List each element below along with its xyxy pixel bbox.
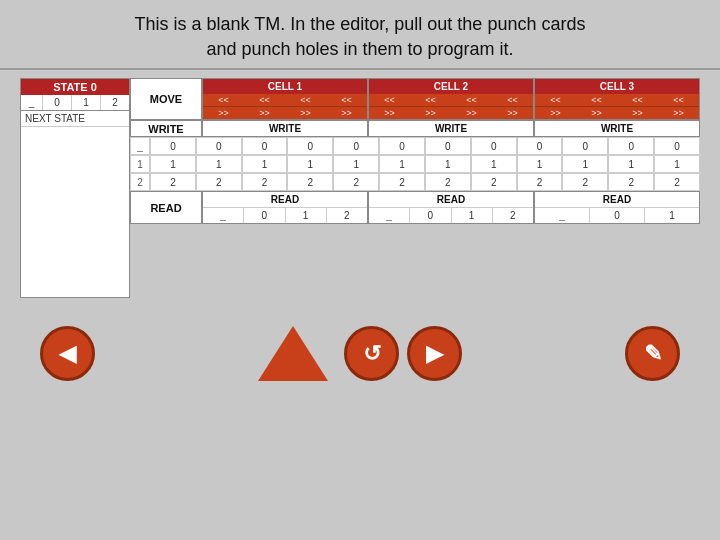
move-label: MOVE: [130, 78, 202, 120]
c2-arr2-3: >>: [492, 107, 533, 119]
nc-2-c1-1: 2: [196, 173, 242, 191]
num-cells-1-c1: 1 1 1 1: [150, 155, 333, 173]
num-cells-dash-c3: 0 0 0 0: [517, 137, 700, 155]
num-cells-dash-c2: 0 0 0 0: [333, 137, 516, 155]
c1-read-0: 0: [244, 208, 285, 223]
cell2-read-label: READ: [369, 192, 533, 208]
cell2-arrow-row1: << << << <<: [369, 94, 533, 106]
c1-arr2-3: >>: [326, 107, 367, 119]
c2-arr1-0: <<: [369, 94, 410, 106]
c1-read-dash: _: [203, 208, 244, 223]
c2-read-1: 1: [452, 208, 493, 223]
c3-arr2-1: >>: [576, 107, 617, 119]
write-row: WRITE WRITE WRITE WRITE: [130, 120, 700, 137]
nc-1-c3-0: 1: [517, 155, 563, 173]
c3-read-1: 1: [645, 208, 699, 223]
nc-1-c1-2: 1: [242, 155, 288, 173]
num-label-dash: _: [130, 137, 150, 155]
nc-2-c1-2: 2: [242, 173, 288, 191]
num-row-dash: _ 0 0 0 0 0 0 0 0 0 0 0 0: [130, 137, 700, 155]
cell3-move-block: CELL 3 << << << << >> >> >> >>: [534, 78, 700, 120]
cell3-read-label: READ: [535, 192, 699, 208]
play-icon: ▶: [426, 341, 443, 367]
nc-2-c3-3: 2: [654, 173, 700, 191]
nc-1-c3-2: 1: [608, 155, 654, 173]
nc-1-c3-3: 1: [654, 155, 700, 173]
num-cells-dash-c1: 0 0 0 0: [150, 137, 333, 155]
c2-arr1-2: <<: [451, 94, 492, 106]
c1-arr2-2: >>: [285, 107, 326, 119]
c3-arr2-3: >>: [658, 107, 699, 119]
read-label: READ: [130, 191, 202, 224]
num-cells-2-c3: 2 2 2 2: [517, 173, 700, 191]
c2-arr1-3: <<: [492, 94, 533, 106]
cell1-write-label: WRITE: [202, 120, 368, 137]
col-dash: _: [21, 95, 43, 110]
cell3-write-label: WRITE: [534, 120, 700, 137]
nc-2-c2-0: 2: [333, 173, 379, 191]
tm-table: STATE 0 _ 0 1 2 NEXT STATE MOVE CELL 1 <…: [0, 78, 720, 298]
nc-d-c2-0: 0: [333, 137, 379, 155]
cell1-header: CELL 1: [203, 79, 367, 94]
c3-arr1-3: <<: [658, 94, 699, 106]
divider: [0, 68, 720, 70]
c1-read-2: 2: [327, 208, 367, 223]
nc-1-c3-1: 1: [562, 155, 608, 173]
c1-arr2-0: >>: [203, 107, 244, 119]
cell1-arrow-row2: >> >> >> >>: [203, 106, 367, 119]
cell2-arrow-row2: >> >> >> >>: [369, 106, 533, 119]
up-triangle[interactable]: [258, 326, 328, 381]
col-2: 2: [101, 95, 129, 110]
play-button[interactable]: ▶: [407, 326, 462, 381]
c2-read-2: 2: [493, 208, 533, 223]
state-panel: STATE 0 _ 0 1 2 NEXT STATE: [20, 78, 130, 298]
cell1-read-cols: _ 0 1 2: [203, 208, 367, 223]
nc-2-c2-3: 2: [471, 173, 517, 191]
move-row: MOVE CELL 1 << << << << >> >> >> >>: [130, 78, 700, 120]
edit-button[interactable]: ✎: [625, 326, 680, 381]
nc-d-c1-0: 0: [150, 137, 196, 155]
write-label: WRITE: [130, 120, 202, 137]
c3-arr2-0: >>: [535, 107, 576, 119]
c2-arr2-2: >>: [451, 107, 492, 119]
cell1-arrow-row1: << << << <<: [203, 94, 367, 106]
c2-arr1-1: <<: [410, 94, 451, 106]
num-cells-2-c2: 2 2 2 2: [333, 173, 516, 191]
cell3-read-cols: _ 0 1: [535, 208, 699, 223]
cell2-write-label: WRITE: [368, 120, 534, 137]
c1-arr1-1: <<: [244, 94, 285, 106]
back-icon: ◀: [59, 341, 76, 367]
cell3-arrow-row1: << << << <<: [535, 94, 699, 106]
nc-d-c3-1: 0: [562, 137, 608, 155]
c1-arr1-3: <<: [326, 94, 367, 106]
cell1-read-label: READ: [203, 192, 367, 208]
nc-1-c2-2: 1: [425, 155, 471, 173]
nc-2-c3-0: 2: [517, 173, 563, 191]
col-1: 1: [72, 95, 101, 110]
num-cells-1-c3: 1 1 1 1: [517, 155, 700, 173]
header-line2: and punch holes in them to program it.: [20, 37, 700, 62]
c3-read-0: 0: [590, 208, 645, 223]
c3-arr2-2: >>: [617, 107, 658, 119]
c3-arr1-1: <<: [576, 94, 617, 106]
nc-d-c3-2: 0: [608, 137, 654, 155]
nc-d-c2-1: 0: [379, 137, 425, 155]
state-panel-title: STATE 0: [21, 79, 129, 95]
num-label-2: 2: [130, 173, 150, 191]
state-panel-body: [21, 127, 129, 297]
bottom-area: ◀ ↺ ▶ ✎: [0, 306, 720, 391]
nc-2-c1-3: 2: [287, 173, 333, 191]
c2-read-dash: _: [369, 208, 410, 223]
header-text: This is a blank TM. In the editor, pull …: [0, 0, 720, 68]
num-cells-2-c1: 2 2 2 2: [150, 173, 333, 191]
reset-button[interactable]: ↺: [344, 326, 399, 381]
nc-1-c1-1: 1: [196, 155, 242, 173]
back-button[interactable]: ◀: [40, 326, 95, 381]
read-row: READ READ _ 0 1 2 READ _ 0 1 2: [130, 191, 700, 224]
c2-arr2-1: >>: [410, 107, 451, 119]
nc-d-c1-1: 0: [196, 137, 242, 155]
header-line1: This is a blank TM. In the editor, pull …: [20, 12, 700, 37]
num-row-1: 1 1 1 1 1 1 1 1 1 1 1 1 1: [130, 155, 700, 173]
c1-arr1-2: <<: [285, 94, 326, 106]
bottom-center-group: ↺ ▶: [344, 326, 462, 381]
